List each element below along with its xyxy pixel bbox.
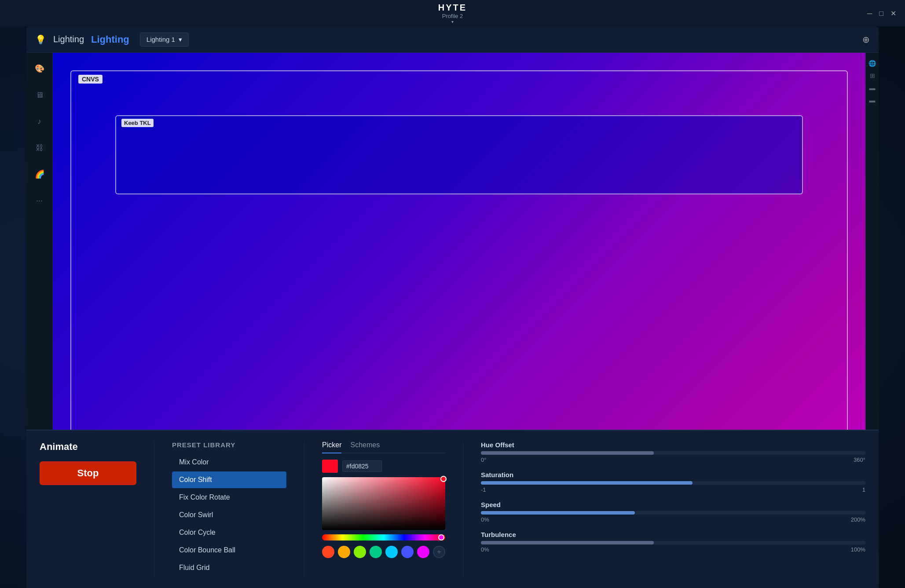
right-sidebar-globe-icon[interactable]: 🌐	[868, 60, 876, 67]
stop-button[interactable]: Stop	[40, 461, 136, 485]
turbulence-min: 0%	[481, 546, 489, 553]
swatch-cyan[interactable]	[385, 546, 398, 558]
sidebar-icon-more[interactable]: ···	[31, 192, 48, 209]
window-controls: ─ □ ✕	[867, 9, 896, 18]
hue-cursor	[438, 534, 444, 541]
saturation-fill	[481, 481, 692, 485]
dropdown-arrow-icon: ▾	[179, 36, 182, 44]
preset-library-section: Preset Library Mix Color Color Shift Fix…	[172, 441, 286, 577]
add-swatch-button[interactable]: +	[433, 546, 445, 558]
turbulence-max: 100%	[851, 546, 865, 553]
bottom-panel: Animate Stop Preset Library Mix Color Co…	[26, 430, 879, 588]
preset-item-color-bounce-ball[interactable]: Color Bounce Ball	[172, 542, 286, 559]
turbulence-slider[interactable]	[481, 541, 865, 544]
keeb-label: Keeb TKL	[121, 119, 154, 127]
speed-max: 200%	[851, 516, 865, 523]
speed-control: Speed 0% 200%	[481, 501, 865, 523]
swatch-red[interactable]	[322, 546, 334, 558]
divider-2	[304, 441, 304, 577]
speed-fill	[481, 511, 635, 515]
swatch-green[interactable]	[354, 546, 366, 558]
speed-slider[interactable]	[481, 511, 865, 515]
picker-section: Picker Schemes +	[322, 441, 445, 577]
saturation-range: -1 1	[481, 486, 865, 493]
divider-3	[463, 441, 463, 577]
hue-offset-control: Hue Offset 0° 360°	[481, 441, 865, 463]
preset-item-color-swirl[interactable]: Color Swirl	[172, 507, 286, 523]
maximize-button[interactable]: □	[879, 9, 883, 18]
sidebar-icon-monitor[interactable]: 🖥	[31, 86, 48, 104]
sidebar-icon-rainbow[interactable]: 🌈	[31, 165, 48, 183]
tab-picker[interactable]: Picker	[322, 441, 341, 453]
right-sidebar-layers-icon[interactable]: ⊞	[870, 72, 875, 79]
speed-range: 0% 200%	[481, 516, 865, 523]
breadcrumb-lighting2: Lighting	[91, 34, 129, 45]
saturation-min: -1	[481, 486, 486, 493]
hue-offset-label: Hue Offset	[481, 441, 865, 449]
tab-schemes[interactable]: Schemes	[350, 441, 380, 453]
swatch-blue[interactable]	[401, 546, 414, 558]
swatch-orange[interactable]	[338, 546, 350, 558]
color-hex-input[interactable]	[342, 460, 382, 472]
profile-label: Profile 2	[442, 13, 463, 19]
right-sidebar-bar1-icon[interactable]: ▬	[869, 84, 876, 91]
hue-offset-slider[interactable]	[481, 451, 865, 455]
turbulence-range: 0% 100%	[481, 546, 865, 553]
swatch-magenta[interactable]	[417, 546, 429, 558]
saturation-max: 1	[862, 486, 865, 493]
picker-cursor	[440, 476, 447, 482]
titlebar-center: HYTE Profile 2 ▾	[438, 3, 467, 24]
saturation-label: Saturation	[481, 471, 865, 478]
profile-chevron[interactable]: ▾	[451, 19, 454, 24]
close-button[interactable]: ✕	[890, 9, 896, 18]
speed-min: 0%	[481, 516, 489, 523]
picker-tabs: Picker Schemes	[322, 441, 445, 453]
keeb-panel[interactable]: Keeb TKL	[115, 115, 803, 194]
sidebar-icon-palette[interactable]: 🎨	[31, 60, 48, 77]
preset-item-color-shift[interactable]: Color Shift	[172, 471, 286, 488]
speed-label: Speed	[481, 501, 865, 508]
turbulence-label: Turbulence	[481, 531, 865, 538]
cnvs-label: CNVS	[78, 75, 103, 84]
right-sidebar-bar2-icon[interactable]: ▬	[869, 97, 876, 104]
divider-1	[154, 441, 154, 577]
sidebar-icon-music[interactable]: ♪	[31, 113, 48, 130]
saturation-slider[interactable]	[481, 481, 865, 485]
hue-offset-max: 360°	[854, 457, 865, 463]
turbulence-fill	[481, 541, 654, 544]
swatch-teal[interactable]	[370, 546, 382, 558]
preset-library-title: Preset Library	[172, 441, 286, 449]
lighting-dropdown-label: Lighting 1	[147, 36, 175, 43]
preset-item-mix-color[interactable]: Mix Color	[172, 454, 286, 471]
saturation-control: Saturation -1 1	[481, 471, 865, 493]
preset-item-fix-color-rotate[interactable]: Fix Color Rotate	[172, 489, 286, 506]
hue-offset-range: 0° 360°	[481, 457, 865, 463]
hue-offset-min: 0°	[481, 457, 486, 463]
top-bar-right-icon[interactable]: ⊕	[862, 34, 870, 45]
sidebar-icon-link[interactable]: ⛓	[31, 139, 48, 157]
titlebar: HYTE Profile 2 ▾ ─ □ ✕	[0, 0, 905, 26]
color-picker-canvas[interactable]	[322, 477, 445, 530]
color-preview-row	[322, 460, 445, 473]
breadcrumb-lighting1: Lighting	[53, 34, 84, 44]
app-title: HYTE	[438, 3, 467, 13]
controls-section: Hue Offset 0° 360° Saturation -1 1 Speed	[481, 441, 865, 577]
color-swatch[interactable]	[322, 460, 338, 473]
preset-list: Mix Color Color Shift Fix Color Rotate C…	[172, 454, 286, 576]
hue-offset-fill	[481, 451, 654, 455]
preset-item-color-cycle[interactable]: Color Cycle	[172, 524, 286, 541]
hue-slider[interactable]	[322, 534, 445, 541]
animate-title: Animate	[40, 441, 136, 453]
lighting-icon: 💡	[35, 34, 46, 45]
turbulence-control: Turbulence 0% 100%	[481, 531, 865, 553]
animate-section: Animate Stop	[40, 441, 136, 577]
preset-item-fluid-grid[interactable]: Fluid Grid	[172, 559, 286, 576]
lighting-dropdown[interactable]: Lighting 1 ▾	[140, 33, 189, 47]
top-bar: 💡 Lighting Lighting Lighting 1 ▾ ⊕	[26, 26, 879, 53]
minimize-button[interactable]: ─	[867, 9, 872, 18]
color-swatches: +	[322, 546, 445, 558]
